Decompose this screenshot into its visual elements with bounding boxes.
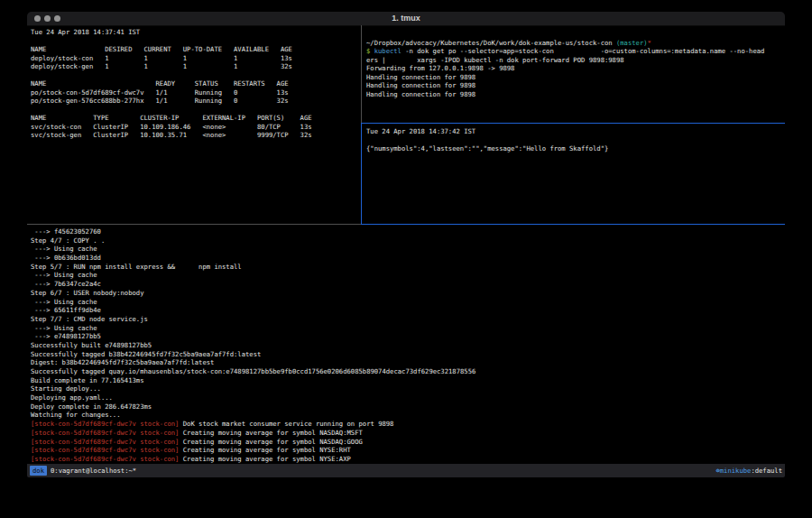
terminal-line: po/stock-con-5d7df689cf-dwc7v 1/1 Runnin… <box>31 88 364 97</box>
tmux-statusbar: dok 0:vagrant@localhost:~* ☸ minikube :d… <box>27 464 785 477</box>
pane-port-forward[interactable]: ~/Dropbox/advocacy/Kubernetes/DoK/work/d… <box>362 25 785 127</box>
terminal-line: Digest: b38b42246945fd7f32c5ba9aea7af7fd… <box>31 358 785 367</box>
terminal-segment: [stock-con-5d7df689cf-dwc7v stock-con] <box>31 438 179 446</box>
terminal-segment: ~/Dropbox/advocacy/Kubernetes/DoK/work/d… <box>366 39 616 47</box>
terminal-line: [stock-con-5d7df689cf-dwc7v stock-con] C… <box>31 455 785 464</box>
terminal-line: svc/stock-con ClusterIP 10.109.186.46 <n… <box>31 123 364 132</box>
terminal-line: Forwarding from 127.0.0.1:9898 -> 9898 <box>366 64 785 73</box>
terminal-line: ---> Using cache <box>31 271 785 280</box>
terminal-segment: $ <box>366 47 374 55</box>
terminal-line: ---> 65611ff9db4e <box>31 306 785 315</box>
terminal-line: [stock-con-5d7df689cf-dwc7v stock-con] D… <box>31 420 785 429</box>
terminal-line: Tue 24 Apr 2018 14:37:42 IST <box>366 127 785 136</box>
terminal-line: Handling connection for 9898 <box>366 90 785 99</box>
terminal-segment: Creating moving average for symbol NYSE:… <box>179 455 350 463</box>
terminal-line: Step 4/7 : COPY . . <box>31 236 785 245</box>
terminal-line: Successfully tagged b38b42246945fd7f32c5… <box>31 350 785 359</box>
terminal-line: [stock-con-5d7df689cf-dwc7v stock-con] C… <box>31 429 785 438</box>
terminal-segment: [stock-con-5d7df689cf-dwc7v stock-con] <box>31 429 179 437</box>
terminal-window: 1. tmux Tue 24 Apr 2018 14:37:41 IST NAM… <box>27 12 785 477</box>
terminal-line: ---> f45623052760 <box>31 227 785 236</box>
terminal-line: ---> Using cache <box>31 245 785 254</box>
terminal-line <box>366 30 785 39</box>
terminal-line: ---> 7b6347ce2a4c <box>31 280 785 289</box>
terminal-line: deploy/stock-con 1 1 1 1 13s <box>31 54 364 63</box>
terminal-segment: -n dok get po --selector=app=stock-con -… <box>401 47 764 55</box>
terminal-segment: [stock-con-5d7df689cf-dwc7v stock-con] <box>31 446 179 454</box>
terminal-line: ---> e74898127bb5 <box>31 332 785 341</box>
terminal-line: Handling connection for 9898 <box>366 73 785 82</box>
pane-kubectl-resources[interactable]: Tue 24 Apr 2018 14:37:41 IST NAME DESIRE… <box>27 25 364 227</box>
terminal-segment: DoK stock market consumer service runnin… <box>179 420 393 428</box>
pane-divider-vertical[interactable] <box>361 25 362 123</box>
terminal-segment: (master) <box>616 39 648 47</box>
pane-skaffold-build-log[interactable]: ---> f45623052760Step 4/7 : COPY . . ---… <box>27 225 785 467</box>
terminal-line: po/stock-gen-576cc688bb-277hx 1/1 Runnin… <box>31 97 364 106</box>
terminal-line: Build complete in 77.165413ms <box>31 376 785 385</box>
terminal-line: Step 7/7 : CMD node service.js <box>31 315 785 324</box>
kube-namespace-label: :default <box>751 467 782 475</box>
terminal-segment: kubectl <box>374 47 401 55</box>
tmux-window-label[interactable]: 0:vagrant@localhost:~* <box>51 467 136 475</box>
window-titlebar[interactable]: 1. tmux <box>27 12 785 26</box>
pane-divider-active-bottom[interactable] <box>361 224 785 225</box>
tmux-session-name[interactable]: dok <box>30 466 47 476</box>
pane-service-response-active[interactable]: Tue 24 Apr 2018 14:37:42 IST {"numsymbol… <box>362 124 785 227</box>
terminal-line: Watching for changes... <box>31 411 785 420</box>
terminal-segment: * <box>648 39 651 47</box>
terminal-segment: Creating moving average for symbol NASDA… <box>179 429 362 437</box>
terminal-line: ~/Dropbox/advocacy/Kubernetes/DoK/work/d… <box>366 39 785 48</box>
terminal-line: NAME DESIRED CURRENT UP-TO-DATE AVAILABL… <box>31 45 364 54</box>
pane-divider-active-top[interactable] <box>361 123 785 124</box>
terminal-line: Successfully tagged quay.io/mhausenblas/… <box>31 367 785 376</box>
terminal-line <box>31 106 364 115</box>
terminal-line: $ kubectl -n dok get po --selector=app=s… <box>366 47 785 56</box>
terminal-line: Step 5/7 : RUN npm install express && np… <box>31 263 785 272</box>
terminal-segment: [stock-con-5d7df689cf-dwc7v stock-con] <box>31 455 179 463</box>
terminal-line: ---> 0b636bd013dd <box>31 254 785 263</box>
terminal-segment: [stock-con-5d7df689cf-dwc7v stock-con] <box>31 420 179 428</box>
terminal-line: svc/stock-gen ClusterIP 10.100.35.71 <no… <box>31 131 364 140</box>
terminal-line: NAME READY STATUS RESTARTS AGE <box>31 79 364 88</box>
terminal-line: Deploying app.yaml... <box>31 393 785 402</box>
terminal-line <box>31 71 364 80</box>
terminal-line: [stock-con-5d7df689cf-dwc7v stock-con] C… <box>31 438 785 447</box>
terminal-line: Deploy complete in 286.647823ms <box>31 402 785 412</box>
screenshot-background: 1. tmux Tue 24 Apr 2018 14:37:41 IST NAM… <box>0 0 812 518</box>
terminal-segment: Creating moving average for symbol NASDA… <box>179 438 362 446</box>
terminal-line: Successfully built e74898127bb5 <box>31 341 785 350</box>
pane-divider-vertical-active[interactable] <box>361 123 362 224</box>
terminal-line: Tue 24 Apr 2018 14:37:41 IST <box>31 28 364 37</box>
terminal-line: Starting deploy... <box>31 384 785 393</box>
terminal-line <box>366 136 785 145</box>
terminal-line: NAME TYPE CLUSTER-IP EXTERNAL-IP PORT(S)… <box>31 114 364 123</box>
terminal-line: Handling connection for 9898 <box>366 81 785 90</box>
window-title: 1. tmux <box>27 14 785 23</box>
terminal-segment: Creating moving average for symbol NYSE:… <box>179 446 350 454</box>
terminal-line: [stock-con-5d7df689cf-dwc7v stock-con] C… <box>31 446 785 455</box>
terminal-line <box>31 37 364 46</box>
terminal-line: ---> Using cache <box>31 324 785 333</box>
terminal-line: deploy/stock-gen 1 1 1 1 32s <box>31 62 364 71</box>
terminal-line: Step 6/7 : USER nobody:nobody <box>31 289 785 298</box>
pane-divider-horizontal[interactable] <box>27 224 361 225</box>
terminal-line: ers | xargs -IPOD kubectl -n dok port-fo… <box>366 56 785 65</box>
terminal-line: {"numsymbols":4,"lastseen":"","message":… <box>366 144 785 153</box>
kube-context-label: minikube <box>720 467 752 475</box>
terminal-line: ---> Using cache <box>31 298 785 307</box>
